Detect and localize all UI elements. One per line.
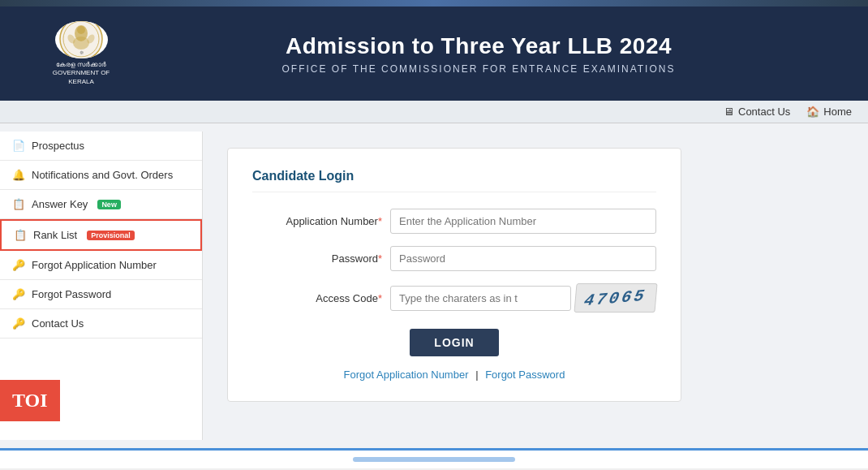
forgot-pass-icon: 🔑	[12, 288, 25, 300]
provisional-badge: Provisional	[87, 231, 135, 240]
sidebar-item-contact[interactable]: 🔑 Contact Us	[0, 309, 202, 338]
sidebar-item-forgot-app[interactable]: 🔑 Forgot Application Number	[0, 251, 202, 280]
logo-text: കേരള സർക്കാർ GOVERNMENT OF KERALA	[49, 61, 114, 86]
password-row: Password*	[252, 246, 656, 271]
header: ☸ കേരള സർക്കാർ GOVERNMENT OF KERALA Admi…	[0, 6, 868, 101]
prospectus-icon: 📄	[12, 140, 25, 152]
access-code-row: Access Code* 47065	[252, 283, 656, 313]
sidebar-item-prospectus[interactable]: 📄 Prospectus	[0, 132, 202, 161]
header-title-block: Admission to Three Year LLB 2024 OFFICE …	[138, 33, 819, 75]
forgot-links: Forgot Application Number | Forgot Passw…	[252, 369, 656, 381]
logo-container: ☸ കേരള സർക്കാർ GOVERNMENT OF KERALA	[49, 21, 114, 86]
sidebar-item-rank-list[interactable]: 📋 Rank List Provisional	[0, 219, 202, 251]
answer-key-icon: 📋	[12, 198, 25, 210]
page-footer	[0, 448, 868, 468]
contact-us-nav[interactable]: 🖥 Contact Us	[724, 106, 790, 118]
sidebar-item-notifications[interactable]: 🔔 Notifications and Govt. Orders	[0, 161, 202, 190]
main-content: 📄 Prospectus 🔔 Notifications and Govt. O…	[0, 123, 868, 448]
login-title: Candidate Login	[252, 169, 656, 192]
page-title: Admission to Three Year LLB 2024	[138, 33, 819, 59]
app-number-row: Application Number*	[252, 209, 656, 234]
content-area: Candidate Login Application Number* Pass…	[203, 132, 868, 440]
sidebar-item-forgot-pass[interactable]: 🔑 Forgot Password	[0, 280, 202, 309]
login-button[interactable]: LOGIN	[410, 329, 498, 356]
password-label: Password*	[252, 252, 382, 265]
page-subtitle: OFFICE OF THE COMMISSIONER FOR ENTRANCE …	[138, 63, 819, 75]
top-bar	[0, 0, 868, 6]
logo-emblem: ☸	[55, 21, 108, 58]
notifications-icon: 🔔	[12, 169, 25, 181]
app-number-input[interactable]	[390, 209, 656, 234]
rank-list-icon: 📋	[14, 229, 27, 241]
access-code-input[interactable]	[390, 286, 571, 311]
svg-text:☸: ☸	[79, 50, 83, 55]
captcha-container: 47065	[390, 283, 656, 313]
link-separator: |	[475, 369, 478, 381]
password-input[interactable]	[390, 246, 656, 271]
access-code-label: Access Code*	[252, 292, 382, 304]
login-btn-row: LOGIN	[252, 329, 656, 356]
home-icon: 🏠	[806, 106, 819, 118]
nav-bar: 🖥 Contact Us 🏠 Home	[0, 101, 868, 123]
contact-sidebar-icon: 🔑	[12, 317, 25, 330]
home-nav[interactable]: 🏠 Home	[806, 106, 852, 118]
login-box: Candidate Login Application Number* Pass…	[227, 148, 681, 402]
sidebar-item-answer-key[interactable]: 📋 Answer Key New	[0, 190, 202, 219]
captcha-image: 47065	[574, 283, 657, 313]
new-badge: New	[97, 200, 121, 209]
toi-badge: TOI	[0, 380, 60, 421]
contact-icon: 🖥	[724, 106, 734, 118]
svg-point-3	[73, 37, 89, 50]
svg-point-4	[77, 26, 85, 34]
forgot-app-link[interactable]: Forgot Application Number	[344, 369, 469, 381]
forgot-pass-link[interactable]: Forgot Password	[485, 369, 565, 381]
forgot-app-icon: 🔑	[12, 259, 25, 271]
app-number-label: Application Number*	[252, 215, 382, 227]
